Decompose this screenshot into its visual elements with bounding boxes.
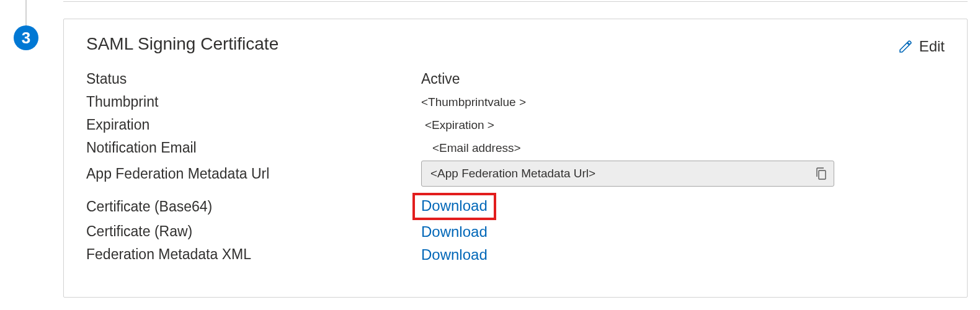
row-thumbprint: Thumbprint <Thumbprintvalue > (86, 91, 945, 113)
app-federation-url-value: <App Federation Metadata Url> (430, 167, 810, 180)
saml-signing-certificate-card: SAML Signing Certificate Edit Status Act… (63, 19, 968, 298)
previous-card-border (63, 0, 968, 2)
step-connector-line (25, 0, 27, 25)
fed-meta-xml-download-link[interactable]: Download (421, 246, 488, 264)
pencil-icon (898, 39, 913, 54)
cert-raw-label: Certificate (Raw) (86, 223, 421, 240)
notification-email-value: <Email address> (432, 141, 521, 155)
step-badge: 3 (14, 25, 38, 50)
expiration-label: Expiration (86, 117, 421, 133)
row-status: Status Active (86, 68, 945, 91)
copy-icon[interactable] (815, 167, 827, 180)
edit-button-label: Edit (919, 38, 945, 55)
edit-button[interactable]: Edit (898, 38, 945, 55)
cert-base64-download-link[interactable]: Download (412, 193, 496, 220)
app-federation-url-input[interactable]: <App Federation Metadata Url> (421, 161, 834, 187)
row-cert-raw: Certificate (Raw) Download (86, 220, 945, 243)
expiration-value: <Expiration > (425, 118, 494, 132)
svg-rect-0 (819, 170, 826, 179)
row-cert-base64: Certificate (Base64) Download (86, 193, 945, 220)
row-fed-meta-xml: Federation Metadata XML Download (86, 243, 945, 266)
cert-raw-download-link[interactable]: Download (421, 223, 488, 241)
thumbprint-value: <Thumbprintvalue > (421, 95, 526, 109)
status-value: Active (421, 71, 460, 87)
cert-base64-label: Certificate (Base64) (86, 198, 421, 215)
row-app-federation-url: App Federation Metadata Url <App Federat… (86, 159, 945, 188)
fed-meta-xml-label: Federation Metadata XML (86, 246, 421, 263)
thumbprint-label: Thumbprint (86, 94, 421, 110)
notification-email-label: Notification Email (86, 140, 421, 156)
app-federation-url-label: App Federation Metadata Url (86, 166, 421, 182)
card-title: SAML Signing Certificate (86, 34, 945, 54)
field-rows: Status Active Thumbprint <Thumbprintvalu… (86, 68, 945, 266)
status-label: Status (86, 71, 421, 87)
row-expiration: Expiration <Expiration > (86, 113, 945, 136)
row-notification-email: Notification Email <Email address> (86, 136, 945, 159)
